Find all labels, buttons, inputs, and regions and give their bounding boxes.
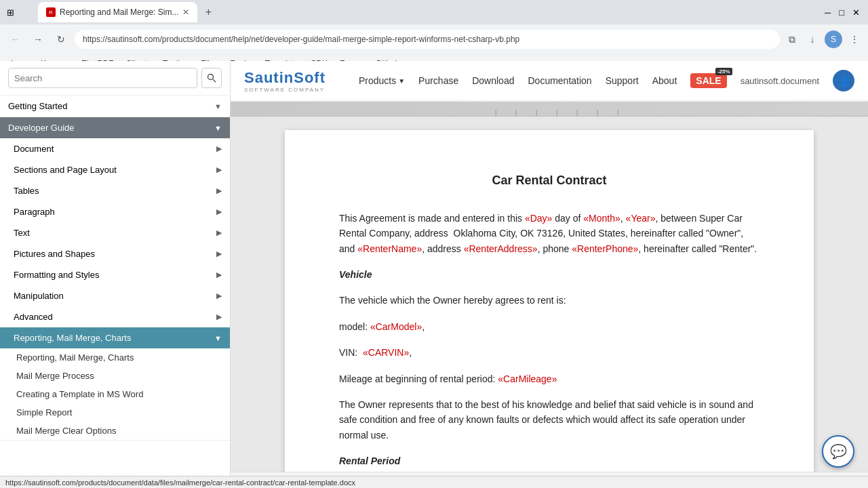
menu-icon[interactable]: ⋮ — [846, 31, 863, 47]
nav-documentation[interactable]: Documentation — [528, 75, 591, 86]
doc-paragraph-4: model: «CarModel», — [339, 319, 760, 334]
doc-heading-vehicle: Vehicle — [339, 267, 760, 282]
merge-field-carvin: «CARVIN» — [363, 347, 409, 358]
site-header: SautinSoft SOFTWARE COMPANY Products ▼ P… — [231, 61, 868, 102]
sale-badge: -25% — [715, 68, 732, 75]
chevron-right-icon: ▶ — [216, 186, 222, 195]
chat-button[interactable]: 💬 — [822, 435, 854, 468]
minimize-button[interactable]: ─ — [822, 5, 833, 20]
browser-titlebar: ⊞ R Reporting and Mail Merge: Sim... ✕ +… — [0, 0, 868, 24]
search-icon — [207, 73, 216, 83]
sidebar-item-advanced[interactable]: Advanced ▶ — [0, 306, 230, 327]
sidebar-item-tables[interactable]: Tables ▶ — [0, 180, 230, 201]
browser-icons: ⧉ ↓ S ⋮ — [784, 30, 863, 48]
chevron-right-icon: ▶ — [216, 249, 222, 258]
sidebar-item-reporting[interactable]: Reporting, Mail Merge, Charts ▼ — [0, 327, 230, 348]
logo-text: SautinSoft — [244, 69, 326, 87]
doc-paragraph-5: VIN: «CARVIN», — [339, 345, 760, 360]
sidebar-item-paragraph[interactable]: Paragraph ▶ — [0, 201, 230, 222]
sidebar-subitem-simple-report[interactable]: Simple Report — [0, 403, 230, 422]
restore-button[interactable]: □ — [836, 5, 847, 20]
sidebar-item-manipulation[interactable]: Manipulation ▶ — [0, 285, 230, 306]
doc-paragraph-7: The Owner represents that to the best of… — [339, 397, 760, 443]
main-layout: Getting Started ▼ Developer Guide ▼ Docu… — [0, 61, 868, 488]
tab-close-button[interactable]: ✕ — [182, 7, 189, 17]
user-avatar[interactable]: 👤 — [833, 70, 854, 92]
nav-purchase[interactable]: Purchase — [418, 75, 458, 86]
ruler: | | | | | | | — [231, 102, 868, 117]
website-area: SautinSoft SOFTWARE COMPANY Products ▼ P… — [231, 61, 868, 488]
chevron-down-icon: ▼ — [398, 77, 405, 85]
extensions-icon[interactable]: ⧉ — [784, 31, 800, 47]
nav-support[interactable]: Support — [606, 75, 639, 86]
chevron-right-icon: ▶ — [216, 165, 222, 174]
sidebar-item-label: Document — [14, 144, 54, 154]
back-button[interactable]: ← — [5, 30, 24, 49]
forward-button[interactable]: → — [28, 30, 47, 49]
doc-area: | | | | | | | Car Rental Contract This A… — [231, 102, 868, 488]
sidebar-item-sections[interactable]: Sections and Page Layout ▶ — [0, 159, 230, 180]
sidebar-item-label: Getting Started — [8, 101, 67, 111]
sidebar-item-label: Text — [14, 228, 30, 238]
nav-products[interactable]: Products ▼ — [359, 75, 405, 86]
merge-field-renter-address: «RenterAddress» — [464, 243, 538, 254]
site-nav: Products ▼ Purchase Download Documentati… — [359, 70, 854, 92]
browser-controls: ← → ↻ ⧉ ↓ S ⋮ — [0, 24, 868, 54]
svg-point-0 — [208, 75, 214, 80]
search-input[interactable] — [8, 68, 197, 88]
nav-sale[interactable]: SALE -25% — [690, 73, 726, 88]
merge-field-renter-name: «RenterName» — [357, 243, 422, 254]
doc-paragraph-6: Mileage at beginning of rental period: «… — [339, 371, 760, 386]
tab-favicon: R — [46, 7, 56, 17]
windows-icon[interactable]: ⊞ — [5, 7, 15, 17]
sidebar-item-formatting[interactable]: Formatting and Styles ▶ — [0, 264, 230, 285]
downloads-icon[interactable]: ↓ — [804, 31, 821, 47]
close-button[interactable]: ✕ — [850, 5, 863, 20]
sidebar-item-label: Tables — [14, 186, 39, 196]
site-name-label: sautinsoft.document — [741, 76, 819, 86]
sidebar-subitem-reporting-charts[interactable]: Reporting, Mail Merge, Charts — [0, 348, 230, 367]
svg-line-1 — [213, 79, 216, 82]
sidebar-item-text[interactable]: Text ▶ — [0, 222, 230, 243]
site-logo: SautinSoft SOFTWARE COMPANY — [244, 69, 326, 93]
sidebar-subitem-mail-merge-clear[interactable]: Mail Merge Clear Options — [0, 422, 230, 440]
sidebar: Getting Started ▼ Developer Guide ▼ Docu… — [0, 61, 231, 488]
merge-field-car-model: «CarModel» — [370, 321, 422, 332]
tab-title: Reporting and Mail Merge: Sim... — [60, 7, 178, 17]
refresh-button[interactable]: ↻ — [52, 30, 71, 49]
merge-field-year: «Year» — [626, 213, 656, 224]
sidebar-item-getting-started[interactable]: Getting Started ▼ — [0, 96, 230, 117]
sidebar-subitem-mail-merge[interactable]: Mail Merge Process — [0, 367, 230, 385]
doc-scroll[interactable]: Car Rental Contract This Agreement is ma… — [231, 117, 868, 472]
address-bar[interactable] — [75, 30, 780, 49]
sidebar-section-developer-guide: Developer Guide ▼ Document ▶ Sections an… — [0, 117, 230, 441]
sidebar-item-label: Manipulation — [14, 291, 64, 301]
profile-icon[interactable]: S — [825, 30, 842, 48]
chevron-right-icon: ▶ — [216, 270, 222, 279]
browser-status-text: https://sautinsoft.com/products/document… — [5, 479, 355, 487]
nav-download[interactable]: Download — [472, 75, 514, 86]
sidebar-item-developer-guide[interactable]: Developer Guide ▼ — [0, 117, 230, 138]
sidebar-subitem-creating-template[interactable]: Creating a Template in MS Word — [0, 385, 230, 403]
chevron-down-icon: ▼ — [214, 124, 222, 132]
nav-about[interactable]: About — [652, 75, 677, 86]
merge-field-day: «Day» — [525, 213, 552, 224]
sidebar-item-label: Formatting and Styles — [14, 270, 99, 280]
active-tab[interactable]: R Reporting and Mail Merge: Sim... ✕ — [38, 2, 197, 22]
doc-title: Car Rental Contract — [339, 171, 760, 190]
doc-page: Car Rental Contract This Agreement is ma… — [285, 130, 814, 472]
sidebar-item-label: Advanced — [14, 312, 53, 322]
app-icon — [20, 7, 30, 17]
merge-field-month: «Month» — [583, 213, 620, 224]
sidebar-item-pictures[interactable]: Pictures and Shapes ▶ — [0, 243, 230, 264]
chevron-right-icon: ▶ — [216, 207, 222, 216]
new-tab-button[interactable]: + — [200, 4, 216, 20]
doc-paragraph-3: The vehicle which the Owner hereby agree… — [339, 293, 760, 308]
merge-field-car-mileage: «CarMileage» — [498, 373, 557, 384]
sidebar-item-label: Pictures and Shapes — [14, 249, 95, 259]
chevron-right-icon: ▶ — [216, 228, 222, 237]
search-button[interactable] — [201, 68, 222, 88]
sidebar-item-document[interactable]: Document ▶ — [0, 138, 230, 159]
sidebar-item-label: Sections and Page Layout — [14, 165, 117, 175]
chevron-right-icon: ▶ — [216, 144, 222, 153]
